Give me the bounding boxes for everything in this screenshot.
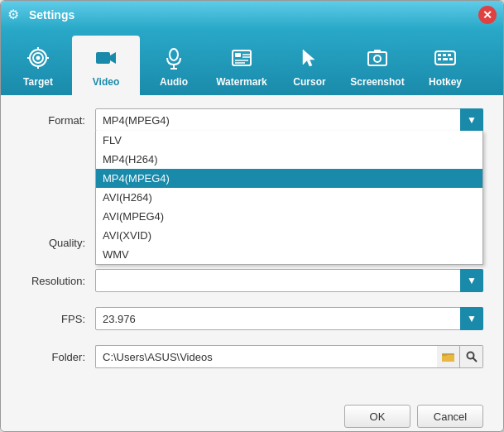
svg-marker-18 xyxy=(303,50,314,66)
hotkey-icon xyxy=(434,46,457,73)
format-value: MP4(MPEG4) xyxy=(103,114,463,127)
fps-control: 23.976 ▼ xyxy=(95,307,483,330)
video-icon xyxy=(94,46,118,73)
svg-rect-13 xyxy=(235,53,241,57)
audio-icon xyxy=(162,46,185,73)
cursor-icon xyxy=(298,46,321,73)
tab-audio[interactable]: Audio xyxy=(140,36,208,95)
resolution-row: Resolution: ▼ xyxy=(21,269,483,292)
folder-input[interactable] xyxy=(95,345,437,368)
tab-watermark-label: Watermark xyxy=(216,76,267,88)
svg-rect-30 xyxy=(442,355,454,362)
title-bar: ⚙ Settings ✕ xyxy=(1,1,503,29)
content-area: Format: MP4(MPEG4) ▼ FLV MP4(H264) MP4(M… xyxy=(1,95,503,396)
close-button[interactable]: ✕ xyxy=(478,6,497,24)
format-option-flv[interactable]: FLV xyxy=(96,131,482,150)
svg-rect-26 xyxy=(438,58,441,60)
svg-line-33 xyxy=(473,358,477,362)
tab-screenshot-label: Screenshot xyxy=(350,76,404,88)
svg-rect-27 xyxy=(443,58,448,60)
svg-rect-24 xyxy=(443,54,446,56)
tab-target-label: Target xyxy=(23,76,53,88)
tab-watermark[interactable]: Watermark xyxy=(208,36,276,95)
fps-label: FPS: xyxy=(21,313,95,325)
tab-video[interactable]: Video xyxy=(72,36,140,95)
cancel-button[interactable]: Cancel xyxy=(417,405,483,428)
svg-point-20 xyxy=(374,55,381,62)
svg-marker-8 xyxy=(110,52,116,64)
svg-rect-28 xyxy=(449,58,453,60)
tab-screenshot[interactable]: Screenshot xyxy=(343,36,411,95)
folder-search-button[interactable] xyxy=(460,345,483,368)
svg-rect-21 xyxy=(374,50,381,52)
format-dropdown-list: FLV MP4(H264) MP4(MPEG4) AVI(H264) AVI(M… xyxy=(95,131,483,265)
svg-point-32 xyxy=(467,353,473,359)
fps-row: FPS: 23.976 ▼ xyxy=(21,307,483,330)
svg-rect-7 xyxy=(96,52,110,64)
folder-browse-button[interactable] xyxy=(437,345,460,368)
tab-bar: Target Video Audio xyxy=(1,29,503,95)
resolution-label: Resolution: xyxy=(21,275,95,287)
format-dropdown-container: MP4(MPEG4) ▼ FLV MP4(H264) MP4(MPEG4) AV… xyxy=(95,108,483,132)
target-icon xyxy=(26,46,50,73)
tab-target[interactable]: Target xyxy=(4,36,72,95)
svg-rect-25 xyxy=(448,54,451,56)
format-option-avixvid[interactable]: AVI(XVID) xyxy=(96,226,482,245)
screenshot-icon xyxy=(366,46,389,73)
tab-video-label: Video xyxy=(93,76,119,88)
ok-button[interactable]: OK xyxy=(344,405,410,428)
folder-row: Folder: xyxy=(21,345,483,368)
format-option-avimpeg4[interactable]: AVI(MPEG4) xyxy=(96,207,482,226)
svg-rect-23 xyxy=(438,54,441,56)
watermark-icon xyxy=(230,46,253,73)
svg-rect-31 xyxy=(442,353,447,356)
svg-point-9 xyxy=(170,49,178,60)
format-option-wmv[interactable]: WMV xyxy=(96,245,482,264)
format-option-mp4mpeg4[interactable]: MP4(MPEG4) xyxy=(96,169,482,188)
format-option-avih264[interactable]: AVI(H264) xyxy=(96,188,482,207)
format-option-mp4h264[interactable]: MP4(H264) xyxy=(96,150,482,169)
tab-hotkey[interactable]: Hotkey xyxy=(411,36,479,95)
settings-dialog: ⚙ Settings ✕ Target xyxy=(0,0,504,432)
svg-point-2 xyxy=(36,56,41,60)
resolution-select[interactable] xyxy=(95,269,483,292)
tab-audio-label: Audio xyxy=(160,76,188,88)
svg-rect-19 xyxy=(368,52,386,65)
format-arrow-icon: ▼ xyxy=(460,108,483,132)
format-select[interactable]: MP4(MPEG4) ▼ xyxy=(95,108,483,132)
dialog-footer: OK Cancel xyxy=(1,396,503,432)
tab-cursor-label: Cursor xyxy=(293,76,325,88)
folder-label: Folder: xyxy=(21,351,95,363)
resolution-control: ▼ xyxy=(95,269,483,292)
dialog-title: Settings xyxy=(29,8,478,22)
format-label: Format: xyxy=(21,114,95,127)
quality-label: Quality: xyxy=(21,237,95,249)
settings-icon: ⚙ xyxy=(7,7,24,23)
fps-select[interactable]: 23.976 xyxy=(95,307,483,330)
tab-cursor[interactable]: Cursor xyxy=(276,36,343,95)
format-row: Format: MP4(MPEG4) ▼ FLV MP4(H264) MP4(M… xyxy=(21,108,483,132)
tab-hotkey-label: Hotkey xyxy=(429,76,462,88)
